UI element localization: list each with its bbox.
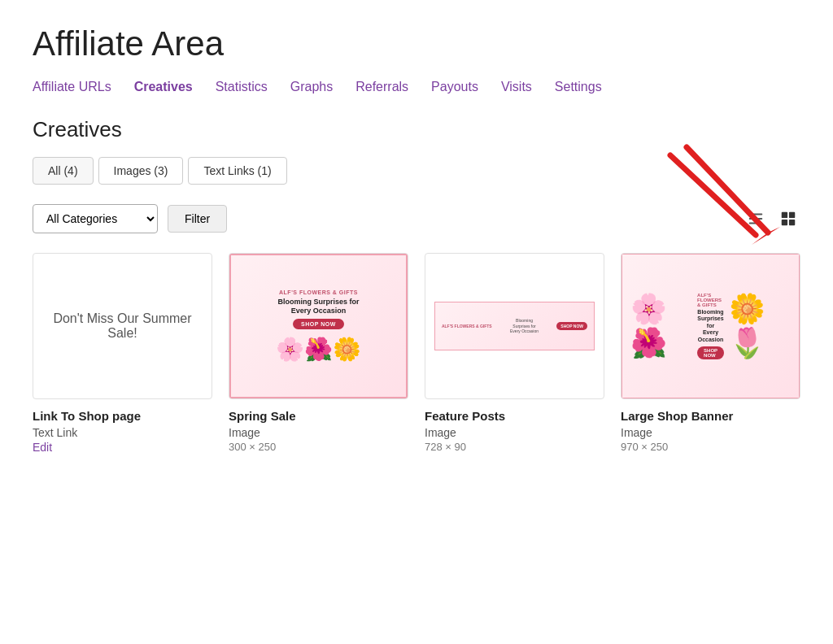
lb-headline: Blooming Surprises forEvery Occasion: [697, 309, 724, 343]
section-title: Creatives: [33, 117, 800, 142]
nav-tab-affiliate-urls[interactable]: Affiliate URLs: [33, 80, 111, 94]
view-controls: [744, 207, 800, 231]
fp-shop-btn: SHOP NOW: [556, 322, 587, 330]
lb-flowers: 🌸🌺: [630, 292, 692, 360]
creative-type-1: Image: [229, 426, 408, 439]
filter-tabs-container: All (4) Images (3) Text Links (1): [33, 157, 800, 185]
list-view-button[interactable]: [744, 207, 768, 231]
flowers-emoji: 🌸🌺🌼: [276, 336, 361, 363]
creative-type-2: Image: [425, 426, 604, 439]
creative-name-0: Link To Shop page: [33, 409, 212, 423]
fp-text: BloomingSurprises forEvery Occasion: [510, 318, 539, 334]
lb-shop-btn: SHOP NOW: [697, 346, 724, 359]
creative-preview-feature-posts: Alf's Flowers & Gifts BloomingSurprises …: [425, 253, 604, 399]
controls-wrapper: All Categories Banners Text Links Filter: [33, 204, 800, 233]
nav-tab-statistics[interactable]: Statistics: [216, 80, 268, 94]
page-title: Affiliate Area: [33, 24, 800, 63]
controls-left: All Categories Banners Text Links Filter: [33, 204, 227, 233]
lb-logo: Alf's Flowers & Gifts: [697, 293, 724, 307]
fp-logo: Alf's Flowers & Gifts: [442, 324, 492, 329]
creative-card-link-to-shop: Don't Miss Our Summer Sale! Link To Shop…: [33, 253, 212, 458]
creative-size-3: 970 × 250: [621, 441, 800, 453]
creative-name-1: Spring Sale: [229, 409, 408, 423]
svg-rect-5: [782, 220, 787, 225]
lb-flowers-right: 🌼🌷: [729, 292, 791, 360]
creative-card-large-shop-banner: 🌸🌺 Alf's Flowers & Gifts Blooming Surpri…: [621, 253, 800, 458]
category-select[interactable]: All Categories Banners Text Links: [33, 204, 158, 233]
nav-tab-referrals[interactable]: Referrals: [355, 80, 408, 94]
creatives-grid: Don't Miss Our Summer Sale! Link To Shop…: [33, 253, 800, 458]
spring-sale-headline: Blooming Surprises forEvery Occasion: [277, 298, 359, 315]
large-banner-image: 🌸🌺 Alf's Flowers & Gifts Blooming Surpri…: [621, 254, 800, 398]
svg-rect-4: [789, 212, 795, 218]
feature-posts-banner: Alf's Flowers & Gifts BloomingSurprises …: [434, 302, 595, 350]
nav-tabs: Affiliate URLs Creatives Statistics Grap…: [33, 80, 800, 94]
spring-sale-image: Alf's Flowers & Gifts Blooming Surprises…: [229, 254, 408, 398]
filter-tab-images[interactable]: Images (3): [98, 157, 184, 185]
creative-size-2: 728 × 90: [425, 441, 604, 453]
store-name-label: Alf's Flowers & Gifts: [279, 289, 358, 295]
svg-rect-0: [749, 214, 763, 215]
svg-rect-1: [749, 218, 763, 220]
annotation-arrow: [662, 139, 792, 253]
grid-icon: [779, 210, 797, 228]
creative-preview-text: Don't Miss Our Summer Sale!: [33, 253, 212, 399]
list-icon: [747, 210, 765, 228]
nav-tab-creatives[interactable]: Creatives: [134, 80, 193, 94]
svg-rect-2: [749, 223, 763, 224]
filter-tab-text-links[interactable]: Text Links (1): [188, 157, 286, 185]
filter-tab-all[interactable]: All (4): [33, 157, 94, 185]
grid-view-button[interactable]: [776, 207, 800, 231]
creative-size-1: 300 × 250: [229, 441, 408, 453]
filter-button[interactable]: Filter: [168, 205, 227, 233]
nav-tab-settings[interactable]: Settings: [555, 80, 602, 94]
nav-tab-visits[interactable]: Visits: [501, 80, 532, 94]
creative-edit-0[interactable]: Edit: [33, 441, 212, 454]
text-link-preview: Don't Miss Our Summer Sale!: [33, 303, 212, 349]
nav-tab-payouts[interactable]: Payouts: [431, 80, 478, 94]
creative-card-feature-posts: Alf's Flowers & Gifts BloomingSurprises …: [425, 253, 604, 458]
creative-name-2: Feature Posts: [425, 409, 604, 423]
nav-tab-graphs[interactable]: Graphs: [290, 80, 333, 94]
creative-preview-large-banner: 🌸🌺 Alf's Flowers & Gifts Blooming Surpri…: [621, 253, 800, 399]
shop-now-button-img: SHOP NOW: [293, 319, 344, 329]
creative-type-0: Text Link: [33, 426, 212, 439]
lb-content: Alf's Flowers & Gifts Blooming Surprises…: [692, 293, 729, 359]
creative-name-3: Large Shop Banner: [621, 409, 800, 423]
svg-rect-6: [789, 220, 795, 225]
creative-card-spring-sale: Alf's Flowers & Gifts Blooming Surprises…: [229, 253, 408, 458]
svg-rect-3: [782, 212, 787, 218]
creative-type-3: Image: [621, 426, 800, 439]
creative-preview-spring-sale: Alf's Flowers & Gifts Blooming Surprises…: [229, 253, 408, 399]
controls-row: All Categories Banners Text Links Filter: [33, 204, 800, 233]
